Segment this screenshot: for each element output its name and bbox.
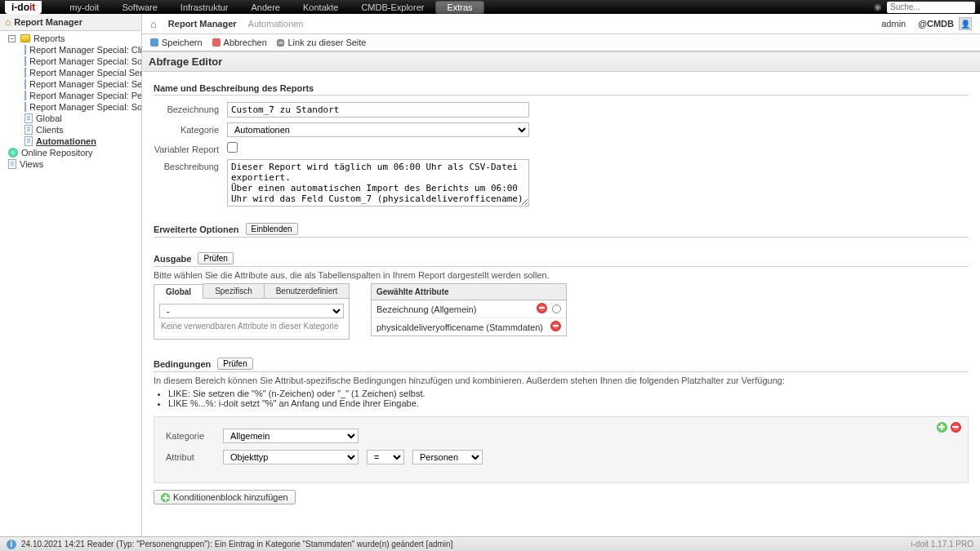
topbar: i-doit my-doit Software Infrastruktur An…	[0, 0, 980, 14]
check-conditions-button[interactable]: Prüfen	[217, 358, 252, 370]
home-icon[interactable]: ⌂	[150, 18, 157, 30]
page-icon	[8, 159, 16, 169]
tree-item[interactable]: Report Manager Special: Software	[0, 101, 141, 113]
nav-software[interactable]: Software	[110, 1, 168, 14]
page-icon	[24, 68, 26, 78]
checkbox-variabler[interactable]	[227, 142, 238, 153]
page-icon	[24, 91, 26, 100]
search-wrap	[887, 2, 975, 13]
remove-condition-button[interactable]	[951, 422, 961, 433]
select-cond-operator[interactable]: =	[367, 450, 404, 464]
cond-hint: In diesem Bereich können Sie Attribut-sp…	[154, 375, 969, 385]
permalink-button[interactable]: ∞Link zu dieser Seite	[277, 38, 367, 47]
cancel-button[interactable]: Abbrechen	[212, 38, 267, 47]
chosen-attr-row: Bezeichnung (Allgemein)	[372, 300, 566, 318]
crumb-automationen[interactable]: Automationen	[248, 19, 304, 29]
tree-item[interactable]: Report Manager Special Server	[0, 67, 141, 78]
input-bezeichnung[interactable]	[227, 102, 529, 118]
nav-andere[interactable]: Andere	[240, 1, 292, 14]
page-icon	[24, 102, 26, 112]
remove-attr-button[interactable]	[537, 303, 547, 313]
cancel-icon	[212, 38, 220, 47]
tree-item[interactable]: Report Manager Special: Peripherie	[0, 90, 141, 101]
search-input[interactable]	[890, 2, 972, 11]
globe-icon[interactable]: ◉	[874, 2, 882, 12]
nav-kontakte[interactable]: Kontakte	[292, 1, 350, 14]
tree-online-repo[interactable]: Online Repository	[0, 147, 141, 158]
nav-cmdb-explorer[interactable]: CMDB-Explorer	[350, 1, 435, 14]
tree-item[interactable]: Report Manager Special: Sonstiges	[0, 56, 141, 67]
label-bezeichnung: Bezeichnung	[154, 102, 227, 114]
label-cond-attribut: Attribut	[166, 452, 215, 462]
check-output-button[interactable]: Prüfen	[198, 252, 233, 264]
section-conditions: Bedingungen Prüfen	[154, 358, 969, 372]
empty-msg: Keine verwendbaren Attribute in dieser K…	[159, 318, 344, 334]
chosen-header: Gewählte Attribute	[372, 284, 566, 300]
nav-extras[interactable]: Extras	[435, 1, 483, 14]
tree-item[interactable]: Global	[0, 113, 141, 124]
sidebar-header: ⌂ Report Manager	[0, 14, 141, 31]
section-advanced: Erweiterte Optionen Einblenden	[154, 223, 969, 238]
radio-default[interactable]	[552, 304, 561, 313]
breadcrumb: ⌂ Report Manager Automationen admin @CMD…	[142, 14, 980, 34]
crumb-report-manager[interactable]: Report Manager	[168, 19, 237, 29]
page-icon	[24, 79, 26, 89]
logo: i-doit	[5, 1, 42, 14]
output-hint: Bitte wählen Sie die Attribute aus, die …	[154, 270, 969, 280]
chosen-attr-row: physicaldeliveryofficename (Stammdaten)	[372, 318, 566, 335]
page-icon	[24, 125, 33, 135]
page-icon	[24, 113, 33, 123]
tree-reports[interactable]: −Reports	[0, 33, 141, 44]
select-cond-kategorie[interactable]: Allgemein	[223, 429, 359, 443]
toolbar: Speichern Abbrechen ∞Link zu dieser Seit…	[142, 34, 980, 51]
label-variabler: Variabler Report	[154, 142, 227, 154]
attr-tabs: Global Spezifisch Benutzerdefiniert	[154, 283, 350, 299]
expand-button[interactable]: Einblenden	[246, 223, 298, 235]
select-kategorie[interactable]: Automationen	[227, 122, 529, 137]
add-condition-button[interactable]	[937, 422, 947, 433]
avatar[interactable]: 👤	[959, 17, 972, 30]
nav-my-doit[interactable]: my-doit	[58, 1, 110, 14]
select-cond-attribut[interactable]: Objekttyp	[223, 450, 359, 464]
label-cond-kategorie: Kategorie	[166, 431, 215, 441]
tree-item[interactable]: Clients	[0, 124, 141, 136]
cond-bullets: LIKE: Sie setzen die "%" (n-Zeichen) ode…	[168, 389, 969, 408]
folder-icon	[20, 34, 30, 42]
collapse-icon[interactable]: −	[8, 35, 16, 42]
tree-item[interactable]: Report Manager Special: Services	[0, 78, 141, 90]
user-info: admin @CMDB 👤	[881, 17, 972, 30]
remove-attr-button[interactable]	[550, 321, 561, 331]
sidebar: ⌂ Report Manager −Reports Report Manager…	[0, 14, 142, 536]
nav-infrastruktur[interactable]: Infrastruktur	[169, 1, 240, 14]
tree-item-active[interactable]: Automationen	[0, 136, 141, 147]
tree-views[interactable]: Views	[0, 158, 141, 170]
home-icon: ⌂	[5, 16, 11, 28]
label-beschreibung: Beschreibung	[154, 159, 227, 171]
textarea-beschreibung[interactable]	[227, 159, 529, 207]
page-icon	[24, 45, 26, 55]
topnav: my-doit Software Infrastruktur Andere Ko…	[58, 1, 483, 14]
link-icon: ∞	[277, 39, 285, 47]
tab-benutzerdef[interactable]: Benutzerdefiniert	[264, 283, 350, 298]
plus-icon	[161, 493, 170, 502]
world-icon	[8, 148, 18, 158]
main: ⌂ Report Manager Automationen admin @CMD…	[142, 14, 980, 536]
save-icon	[150, 38, 158, 47]
label-kategorie: Kategorie	[154, 122, 227, 135]
save-button[interactable]: Speichern	[150, 38, 203, 47]
select-attr-category[interactable]: -	[159, 304, 344, 318]
tab-global[interactable]: Global	[154, 284, 203, 299]
section-output: Ausgabe Prüfen	[154, 252, 969, 267]
tree-item[interactable]: Report Manager Special: Clients	[0, 44, 141, 56]
page-icon	[24, 56, 26, 66]
section-name-desc: Name und Beschreibung des Reports	[154, 83, 969, 96]
tab-spezifisch[interactable]: Spezifisch	[203, 283, 265, 298]
select-cond-value[interactable]: Personen	[412, 450, 483, 464]
condition-block: Kategorie Allgemein Attribut Objekttyp =…	[154, 416, 969, 483]
page-icon	[24, 136, 33, 146]
add-condition-block-button[interactable]: Konditionenblock hinzufügen	[154, 490, 296, 504]
editor-title: Abfrage Editor	[142, 51, 980, 72]
